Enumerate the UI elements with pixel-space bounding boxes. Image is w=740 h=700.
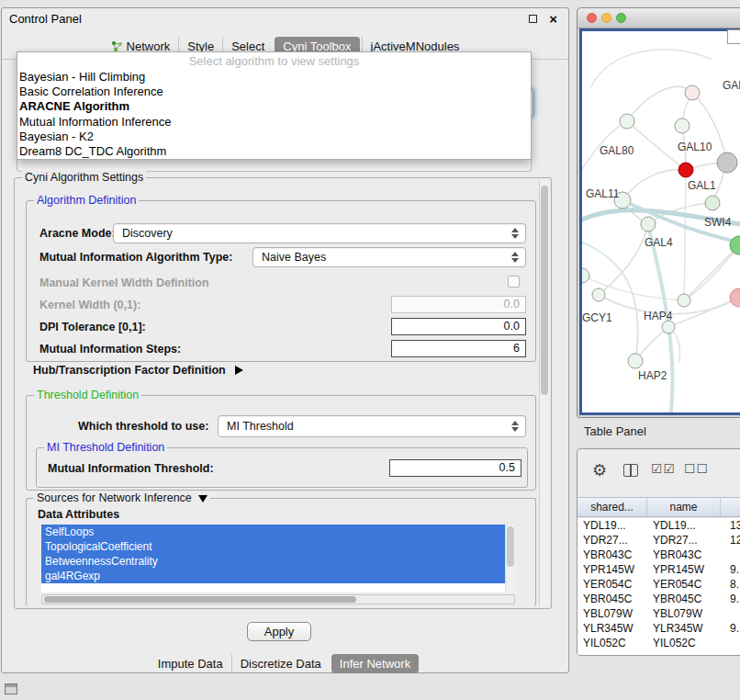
- algorithm-option-list: Bayesian - Hill ClimbingBasic Correlatio…: [17, 70, 531, 159]
- tab-label: Impute Data: [158, 657, 223, 671]
- node-label-gal1: GAL1: [688, 179, 716, 192]
- column-header-extra[interactable]: [721, 498, 740, 516]
- mi-type-combo[interactable]: Naive Bayes: [252, 247, 526, 267]
- network-node[interactable]: [628, 354, 643, 368]
- attribute-item-selfloops[interactable]: SelfLoops: [41, 525, 505, 539]
- table-cell: YBL079W: [577, 606, 647, 621]
- hub-transcription-section-toggle[interactable]: Hub/Transcription Factor Definition: [33, 364, 243, 377]
- network-node[interactable]: [705, 196, 720, 210]
- table-row[interactable]: YLR345WYLR345W9.: [577, 621, 740, 636]
- table-row[interactable]: YBL079WYBL079W: [577, 606, 740, 621]
- table-row[interactable]: YER054CYER054C8.: [577, 577, 740, 592]
- threshold-definition-title: Threshold Definition: [34, 389, 141, 402]
- data-attributes-list: SelfLoopsTopologicalCoefficientBetweenne…: [41, 525, 515, 593]
- table-row[interactable]: YBR043CYBR043C: [577, 548, 740, 562]
- attribute-item-topologicalcoefficient[interactable]: TopologicalCoefficient: [41, 539, 505, 554]
- algorithm-option-aracne-algorithm[interactable]: ARACNE Algorithm: [17, 99, 531, 114]
- tab-label: Infer Network: [340, 657, 410, 671]
- table-cell: YDL19...: [647, 518, 721, 533]
- table-panel-label: Table Panel: [584, 424, 646, 438]
- algorithm-definition-title: Algorithm Definition: [34, 194, 139, 208]
- network-edge: [591, 50, 711, 86]
- network-scroll-corner[interactable]: [727, 29, 740, 44]
- network-node[interactable]: [620, 114, 634, 129]
- network-node[interactable]: [678, 163, 693, 177]
- network-view-window: GALGAL80GAL10GAL11GAL1SWI4GAL4GCY1HAP4HA…: [577, 7, 740, 418]
- dpi-tolerance-field[interactable]: 0.0: [391, 318, 526, 335]
- network-node[interactable]: [730, 288, 740, 307]
- table-cell: YBR043C: [647, 548, 721, 562]
- aracne-mode-combo[interactable]: Discovery: [113, 223, 526, 243]
- table-cell: 8.: [721, 577, 740, 592]
- node-label-swi4: SWI4: [704, 216, 732, 229]
- apply-button[interactable]: Apply: [247, 622, 311, 641]
- stepper-icon: [511, 228, 519, 239]
- network-node[interactable]: [592, 288, 605, 301]
- which-threshold-combo[interactable]: MI Threshold: [218, 415, 526, 437]
- attribute-item-gal4rgexp[interactable]: gal4RGexp: [41, 569, 505, 583]
- manual-kernel-checkbox[interactable]: [508, 276, 520, 288]
- attributes-horizontal-scrollbar[interactable]: [41, 594, 515, 604]
- algorithm-option-bayesian-hill-climbing[interactable]: Bayesian - Hill Climbing: [17, 70, 531, 85]
- table-row[interactable]: YIL052CYIL052C: [577, 636, 740, 650]
- close-traffic-light[interactable]: [587, 13, 597, 23]
- tab-discretize-data[interactable]: Discretize Data: [231, 654, 330, 673]
- zoom-traffic-light[interactable]: [616, 13, 626, 23]
- tab-infer-network[interactable]: Infer Network: [331, 654, 419, 673]
- gear-icon[interactable]: ⚙: [592, 460, 607, 480]
- sources-section-toggle[interactable]: Sources for Network Inference: [34, 491, 210, 505]
- settings-scrollbar[interactable]: [539, 181, 549, 605]
- mi-threshold-field[interactable]: 0.5: [389, 459, 521, 477]
- attributes-vertical-scrollbar[interactable]: [505, 525, 515, 593]
- window-title: Control Panel: [9, 12, 82, 26]
- network-node[interactable]: [582, 268, 589, 283]
- table-cell: 12: [721, 533, 740, 548]
- column-header-shared[interactable]: shared...: [577, 498, 647, 516]
- algorithm-option-basic-correlation-inference[interactable]: Basic Correlation Inference: [17, 85, 531, 99]
- kernel-width-label: Kernel Width (0,1):: [39, 299, 140, 311]
- network-node[interactable]: [641, 217, 656, 231]
- column-header-name[interactable]: name: [647, 498, 721, 516]
- algorithm-option-dream8-dc-tdc-algorithm[interactable]: Dream8 DC_TDC Algorithm: [17, 144, 531, 159]
- minimized-panel-icon[interactable]: [5, 683, 17, 694]
- network-node[interactable]: [685, 85, 700, 100]
- network-node[interactable]: [717, 152, 737, 173]
- table-cell: YIL052C: [577, 636, 647, 650]
- control-panel-window: Control Panel × NetworkStyleSelectCyni T…: [1, 7, 569, 673]
- table-row[interactable]: YDR27...YDR27...12: [577, 533, 740, 548]
- network-node[interactable]: [675, 119, 690, 133]
- table-rows: YDL19...YDL19...13YDR27...YDR27...12YBR0…: [577, 518, 740, 656]
- algorithm-combo-partial[interactable]: [17, 159, 532, 172]
- algorithm-option-bayesian-k2[interactable]: Bayesian - K2: [17, 130, 531, 144]
- scrollbar-thumb[interactable]: [44, 596, 356, 603]
- node-label-gal10: GAL10: [678, 141, 712, 153]
- node-label-gal4: GAL4: [645, 236, 673, 249]
- table-cell: YBR043C: [577, 548, 647, 562]
- table-cell: YPR145W: [577, 562, 647, 577]
- table-row[interactable]: YBR045CYBR045C9.: [577, 592, 740, 606]
- scrollbar-thumb[interactable]: [507, 526, 514, 567]
- algorithm-option-mutual-information-inference[interactable]: Mutual Information Inference: [17, 115, 531, 130]
- scrollbar-thumb[interactable]: [541, 186, 548, 395]
- table-cell: YER054C: [577, 577, 647, 592]
- attribute-item-betweennesscentrality[interactable]: BetweennessCentrality: [41, 554, 505, 569]
- network-node[interactable]: [662, 321, 675, 333]
- float-window-icon[interactable]: [529, 15, 537, 23]
- network-node[interactable]: [678, 294, 690, 307]
- control-panel-titlebar[interactable]: Control Panel ×: [2, 8, 568, 30]
- close-icon[interactable]: ×: [549, 10, 557, 28]
- column-settings-icon[interactable]: [623, 464, 638, 477]
- network-window-titlebar[interactable]: [577, 8, 740, 28]
- table-row[interactable]: YPR145WYPR145W9.: [577, 562, 740, 577]
- select-all-checkboxes-icon[interactable]: ☑☑: [651, 461, 676, 476]
- desktop: Control Panel × NetworkStyleSelectCyni T…: [0, 0, 740, 700]
- minimize-traffic-light[interactable]: [601, 13, 611, 23]
- table-header: shared... name: [577, 497, 740, 517]
- table-cell: YDR27...: [577, 533, 647, 548]
- tab-impute-data[interactable]: Impute Data: [150, 654, 231, 673]
- deselect-all-checkboxes-icon[interactable]: ☐☐: [684, 461, 709, 476]
- mi-steps-field[interactable]: 6: [391, 340, 526, 357]
- table-row[interactable]: YDL19...YDL19...13: [577, 518, 740, 533]
- network-canvas[interactable]: GALGAL80GAL10GAL11GAL1SWI4GAL4GCY1HAP4HA…: [579, 28, 740, 415]
- network-edge: [684, 245, 739, 300]
